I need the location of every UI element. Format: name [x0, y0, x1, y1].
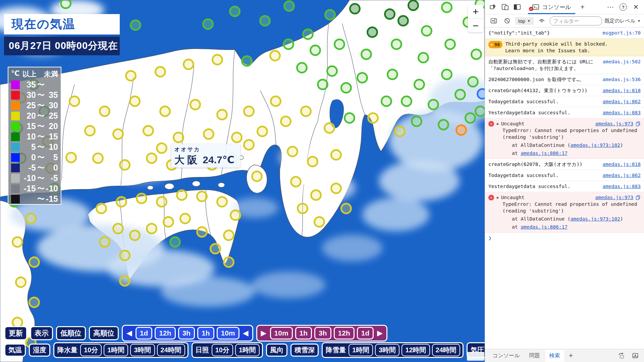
console-source-link[interactable]: amedas.js:536	[599, 76, 641, 83]
back-1h-button[interactable]: 1h	[197, 327, 214, 340]
console-source-link[interactable]: amedas.js:862	[599, 172, 641, 179]
console-sidebar-icon[interactable]	[488, 15, 499, 26]
console-log-row[interactable]: createGraph(44132, 東京(トウキョウ)) amedas.js:…	[485, 85, 644, 96]
fwd-1d-button[interactable]: 1d	[357, 327, 374, 340]
station-marker[interactable]	[283, 0, 295, 12]
station-marker[interactable]	[467, 76, 479, 87]
station-marker[interactable]	[146, 153, 157, 164]
help-icon[interactable]: ?	[618, 2, 629, 12]
station-marker[interactable]	[112, 223, 124, 234]
station-marker[interactable]	[411, 116, 422, 127]
station-marker[interactable]	[394, 126, 406, 137]
inspect-element-icon[interactable]	[488, 2, 498, 12]
console-source-link[interactable]: amedas.js:818	[599, 87, 641, 94]
station-marker[interactable]	[287, 146, 298, 157]
station-marker[interactable]	[310, 45, 321, 56]
station-marker[interactable]	[129, 230, 141, 241]
station-marker[interactable]	[130, 19, 141, 31]
station-marker[interactable]	[183, 59, 194, 70]
back-10m-button[interactable]: 10m	[217, 327, 239, 340]
console-source-link[interactable]: amedas.js:818	[599, 161, 641, 168]
station-marker[interactable]	[438, 119, 449, 130]
fwd-10m-button[interactable]: 10m	[270, 327, 293, 340]
station-marker[interactable]	[231, 132, 243, 143]
console-log-row[interactable]: Todaygetdata successful. amedas.js:862	[485, 170, 644, 181]
station-marker[interactable]	[163, 216, 174, 228]
panel-layout-icon[interactable]	[512, 2, 523, 12]
station-marker[interactable]	[454, 89, 466, 100]
stack-source-link[interactable]: amedas.js:886:17	[521, 224, 568, 230]
refresh-button[interactable]: 更新	[4, 326, 27, 340]
station-marker[interactable]	[357, 72, 368, 83]
fwd-12h-button[interactable]: 12h	[334, 327, 355, 340]
console-source-link[interactable]: amedas.js:973	[592, 194, 634, 201]
forward-arrow-icon[interactable]: ▶	[376, 329, 384, 338]
console-log-row[interactable]: createGraph(62078, 大阪(オオサカ)) amedas.js:8…	[485, 159, 644, 170]
drawer-tab-issues[interactable]: 問題	[525, 350, 544, 362]
activity-refresh-icon[interactable]	[616, 350, 627, 361]
station-marker[interactable]	[283, 39, 294, 50]
console-prompt[interactable]: ❯	[485, 233, 644, 244]
station-marker[interactable]	[330, 183, 342, 194]
warning-count-badge[interactable]: ▶ 96	[488, 41, 502, 48]
error-icon[interactable]: ✕	[488, 195, 494, 200]
station-marker[interactable]	[99, 236, 110, 248]
station-marker[interactable]	[330, 149, 342, 161]
station-marker[interactable]	[259, 15, 271, 26]
station-marker[interactable]	[159, 106, 171, 117]
station-marker[interactable]	[216, 109, 228, 120]
precip-24h-button[interactable]: 24時間	[157, 344, 185, 356]
station-marker[interactable]	[381, 96, 392, 107]
station-marker[interactable]	[397, 15, 409, 26]
station-marker[interactable]	[414, 79, 425, 90]
drawer-add-tab-icon[interactable]: +	[566, 351, 577, 360]
station-marker[interactable]	[69, 96, 80, 107]
console-log-row[interactable]: Yesterdaygetdata successful. amedas.js:8…	[485, 107, 644, 118]
station-marker[interactable]	[229, 6, 240, 17]
console-filter-input[interactable]	[550, 16, 602, 25]
station-marker[interactable]	[112, 128, 124, 140]
station-marker[interactable]	[367, 26, 378, 38]
station-marker[interactable]	[216, 196, 228, 207]
station-marker[interactable]	[340, 203, 352, 214]
station-marker[interactable]	[241, 55, 253, 67]
station-marker[interactable]	[317, 79, 328, 90]
station-marker[interactable]	[99, 106, 110, 117]
fwd-1h-button[interactable]: 1h	[295, 327, 312, 340]
station-marker[interactable]	[471, 49, 482, 60]
station-marker[interactable]	[25, 213, 37, 224]
precip-1h-button[interactable]: 1時間	[104, 344, 128, 356]
station-marker[interactable]	[334, 39, 345, 50]
station-marker[interactable]	[455, 124, 467, 136]
console-log-row[interactable]: 20240627000000.json を取得中です…。 amedas.js:5…	[485, 74, 644, 85]
station-marker[interactable]	[444, 39, 456, 50]
console-log-row[interactable]: Yesterdaygetdata successful. amedas.js:8…	[485, 181, 644, 192]
station-marker[interactable]	[297, 203, 308, 214]
station-marker[interactable]	[210, 243, 221, 254]
console-source-link[interactable]: amedas.js:862	[599, 98, 641, 105]
station-marker[interactable]	[296, 62, 308, 73]
console-log-row[interactable]: Todaygetdata successful. amedas.js:862	[485, 96, 644, 107]
station-marker[interactable]	[223, 230, 234, 241]
console-source-link[interactable]: amedas.js:502	[599, 58, 641, 72]
station-marker[interactable]	[202, 18, 214, 30]
precip-3h-button[interactable]: 3時間	[130, 344, 155, 356]
station-marker[interactable]	[270, 96, 281, 107]
station-marker[interactable]	[203, 128, 214, 140]
console-warning-row[interactable]: ▶ 96 Third-party cookie will be blocked.…	[485, 39, 644, 56]
snowfall-3h-button[interactable]: 3時間	[375, 344, 399, 356]
station-marker[interactable]	[169, 236, 181, 248]
station-marker[interactable]	[190, 99, 201, 110]
station-marker[interactable]	[212, 54, 223, 65]
stack-source-link[interactable]: amedas.js:886:17	[521, 150, 568, 156]
station-marker[interactable]	[125, 70, 137, 81]
station-marker[interactable]	[29, 256, 40, 268]
stack-source-link[interactable]: amedas.js:973:102	[571, 216, 620, 222]
station-marker[interactable]	[384, 8, 395, 20]
station-marker[interactable]	[173, 132, 184, 143]
sunshine-1h-button[interactable]: 1時間	[235, 344, 260, 356]
station-marker[interactable]	[408, 0, 419, 11]
station-marker[interactable]	[243, 139, 255, 150]
station-marker[interactable]	[441, 69, 452, 80]
stack-source-link[interactable]: amedas.js:973:102	[571, 142, 620, 148]
